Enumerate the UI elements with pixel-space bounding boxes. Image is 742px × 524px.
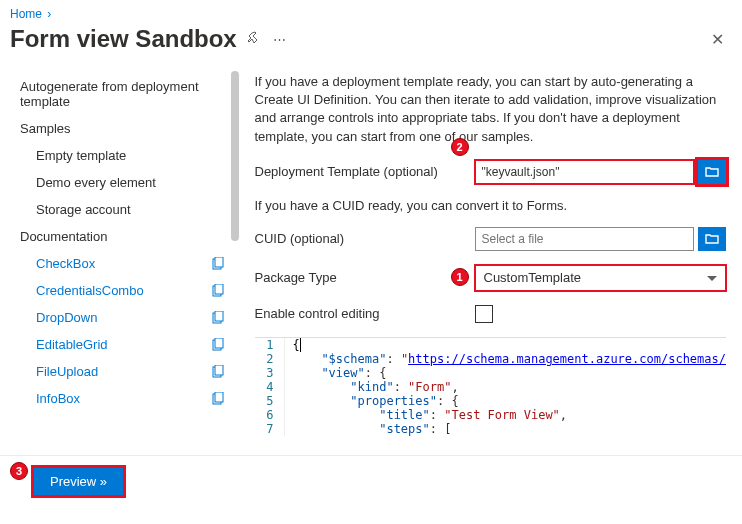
sidebar: Autogenerate from deployment template Sa… [0,63,239,455]
sidebar-item-label: EditableGrid [36,337,108,352]
code-text: "view" [293,366,365,380]
cuid-input[interactable] [475,227,695,251]
cuid-help-text: If you have a CUID ready, you can conver… [255,198,727,213]
row-enable-editing: Enable control editing [255,305,727,323]
svg-rect-7 [215,338,223,348]
breadcrumb-bar: Home › [0,0,742,21]
footer: 3 Preview » [0,455,742,515]
label-deployment-template: Deployment Template (optional) [255,164,475,179]
copy-icon[interactable] [211,257,225,271]
code-text: : [386,352,400,366]
code-text: : [394,380,408,394]
code-text: "Form" [408,380,451,394]
folder-icon [705,233,719,245]
label-enable-editing: Enable control editing [255,306,475,321]
svg-rect-9 [215,365,223,375]
svg-rect-5 [215,311,223,321]
folder-icon [705,166,719,178]
sidebar-item-label: FileUpload [36,364,98,379]
sidebar-item-credentials[interactable]: CredentialsCombo [20,277,231,304]
code-text: "Test Form View" [444,408,560,422]
callout-badge-1: 1 [451,268,469,286]
code-text: : [430,408,444,422]
breadcrumb-home[interactable]: Home [10,7,42,21]
code-text: "$schema" [293,352,387,366]
browse-button[interactable] [698,160,726,184]
callout-badge-2: 2 [451,138,469,156]
sidebar-item-editablegrid[interactable]: EditableGrid [20,331,231,358]
sidebar-item-empty-template[interactable]: Empty template [20,142,231,169]
row-cuid: CUID (optional) [255,227,727,251]
code-text: "steps" [293,422,430,436]
deployment-template-input[interactable] [475,160,695,184]
sidebar-item-label: InfoBox [36,391,80,406]
sidebar-item-storage[interactable]: Storage account [20,196,231,223]
code-text: , [451,380,458,394]
more-icon[interactable]: ⋯ [271,30,288,49]
pin-icon[interactable] [245,29,263,50]
sidebar-group-docs: Documentation [20,223,231,250]
select-value: CustomTemplate [484,270,582,285]
row-package-type: 1 Package Type CustomTemplate [255,265,727,291]
sidebar-item-label: CredentialsCombo [36,283,144,298]
code-text: : { [365,366,387,380]
code-text: "kind" [293,380,394,394]
sidebar-item-label: Demo every element [36,175,156,190]
sidebar-item-label: Storage account [36,202,131,217]
title-bar: Form view Sandbox ⋯ ✕ [0,21,742,63]
sidebar-item-demo-every[interactable]: Demo every element [20,169,231,196]
svg-rect-1 [215,257,223,267]
content-pane: If you have a deployment template ready,… [239,63,743,455]
code-text: { [293,338,301,352]
label-cuid: CUID (optional) [255,231,475,246]
intro-text: If you have a deployment template ready,… [255,73,727,146]
copy-icon[interactable] [211,284,225,298]
svg-rect-11 [215,392,223,402]
label-package-type: Package Type [255,270,475,285]
code-text: , [560,408,567,422]
sidebar-item-checkbox[interactable]: CheckBox [20,250,231,277]
chevron-right-icon: › [45,7,53,21]
code-text: : { [437,394,459,408]
callout-badge-3: 3 [10,462,28,480]
code-editor[interactable]: 1{ 2 "$schema": "https://schema.manageme… [255,337,727,436]
page-title: Form view Sandbox [10,25,237,53]
enable-editing-checkbox[interactable] [475,305,493,323]
copy-icon[interactable] [211,365,225,379]
row-deployment-template: 2 Deployment Template (optional) [255,160,727,184]
code-text: https://schema.management.azure.com/sche… [408,352,726,366]
sidebar-item-label: CheckBox [36,256,95,271]
code-text: "properties" [293,394,438,408]
browse-button[interactable] [698,227,726,251]
svg-rect-3 [215,284,223,294]
sidebar-item-fileupload[interactable]: FileUpload [20,358,231,385]
copy-icon[interactable] [211,338,225,352]
package-type-select[interactable]: CustomTemplate [475,265,727,291]
scrollbar[interactable] [231,71,239,241]
sidebar-item-label: DropDown [36,310,97,325]
sidebar-item-autogen[interactable]: Autogenerate from deployment template [20,73,231,115]
close-icon[interactable]: ✕ [703,26,732,53]
sidebar-group-samples: Samples [20,115,231,142]
code-text: : [ [430,422,452,436]
sidebar-item-label: Empty template [36,148,126,163]
preview-button[interactable]: Preview » [34,468,123,495]
sidebar-item-dropdown[interactable]: DropDown [20,304,231,331]
sidebar-item-infobox[interactable]: InfoBox [20,385,231,412]
code-text: "title" [293,408,430,422]
copy-icon[interactable] [211,311,225,325]
copy-icon[interactable] [211,392,225,406]
